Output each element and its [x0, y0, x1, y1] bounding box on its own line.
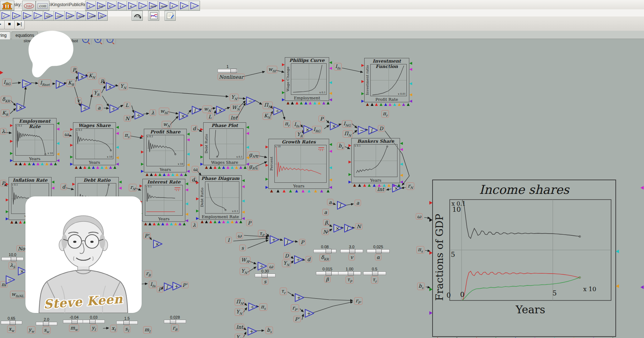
wire[interactable] — [301, 124, 303, 127]
slider-groove[interactable] — [36, 322, 57, 325]
slider-groove[interactable] — [83, 320, 105, 323]
operator-int[interactable]: ∫ — [344, 224, 353, 232]
wire[interactable] — [129, 88, 228, 97]
slider-groove[interactable] — [63, 320, 85, 323]
operator-int[interactable]: ∫ — [164, 283, 173, 291]
variable-n[interactable]: ΠN — [235, 298, 245, 306]
slider-handle[interactable] — [326, 249, 332, 253]
wire[interactable] — [291, 257, 293, 259]
operator-div[interactable]: ÷ — [81, 104, 90, 112]
variable-b-s[interactable]: bs — [417, 283, 425, 290]
operator-add[interactable]: + — [248, 327, 257, 335]
variable-p[interactable]: P — [299, 239, 306, 245]
variable-y-n[interactable]: YN — [119, 83, 128, 90]
slider-handle[interactable] — [123, 320, 130, 325]
variable-g-n[interactable]: gN% — [248, 151, 259, 159]
wire[interactable] — [238, 98, 245, 99]
operator-div[interactable]: ÷ — [294, 255, 303, 264]
wire[interactable] — [288, 292, 294, 296]
wire[interactable] — [302, 314, 303, 320]
variable-d[interactable]: D — [283, 253, 290, 259]
variable-kr[interactable]: δKR — [319, 254, 330, 261]
variable-d[interactable]: d — [190, 176, 196, 183]
variable-r-b[interactable]: rB — [171, 324, 179, 332]
wire[interactable] — [326, 120, 329, 123]
variable-b-s[interactable]: bs — [337, 142, 345, 150]
wire[interactable] — [352, 124, 357, 128]
slider-groove[interactable] — [363, 271, 386, 275]
wire[interactable] — [255, 100, 262, 104]
variable-p[interactable]: P' — [143, 232, 151, 239]
variable-r[interactable]: πr — [283, 120, 291, 128]
variable-y-n[interactable]: YN — [282, 260, 291, 267]
variable-d[interactable]: d — [60, 183, 67, 190]
slider-groove[interactable] — [164, 320, 186, 323]
operator-div[interactable]: ÷ — [109, 104, 119, 113]
slider-handle[interactable] — [349, 249, 355, 253]
plot-bankers[interactable]: Bankers ShareYearsx 0.1 — [351, 138, 400, 183]
operator-div[interactable]: ÷ — [135, 111, 144, 119]
variable-d[interactable]: D — [378, 125, 385, 132]
slider-groove[interactable] — [218, 69, 238, 73]
variable-w-n[interactable]: WN — [230, 104, 241, 112]
variable-w-n[interactable]: wN — [162, 121, 171, 128]
operator-sub[interactable]: − — [358, 126, 367, 134]
slider-groove[interactable] — [116, 321, 138, 324]
variable-v[interactable]: v — [348, 254, 355, 260]
operator-mul[interactable]: × — [216, 106, 225, 114]
wire[interactable] — [342, 68, 363, 72]
operator-add[interactable]: + — [172, 282, 182, 290]
variable-s[interactable]: λS — [9, 262, 17, 269]
slider-handle[interactable] — [72, 319, 78, 324]
variable-x[interactable]: λ — [150, 109, 156, 116]
wire[interactable] — [118, 105, 123, 108]
wire[interactable] — [132, 116, 134, 118]
wire[interactable] — [104, 108, 109, 108]
wire[interactable] — [66, 188, 74, 190]
variable-p[interactable]: τP — [346, 276, 353, 284]
variable-v[interactable]: v — [75, 97, 82, 104]
wire[interactable] — [102, 96, 109, 106]
operator-sub[interactable]: − — [246, 97, 255, 105]
variable-y-w[interactable]: yw — [27, 326, 35, 334]
variable-k-r[interactable]: KR — [1, 109, 10, 117]
variable-p[interactable]: P — [71, 67, 77, 73]
wire[interactable] — [143, 113, 149, 114]
variable-m-w[interactable]: mw — [69, 324, 79, 332]
variable-w-n[interactable]: wN — [203, 106, 212, 113]
variable-y-n[interactable]: YN — [230, 94, 239, 101]
operator-mul[interactable]: × — [78, 72, 87, 81]
variable-y-n[interactable]: YN — [235, 308, 244, 316]
variable-a[interactable]: a — [327, 199, 333, 205]
variable-r-n[interactable]: rN — [129, 184, 137, 191]
income-shares-plot[interactable]: Income sharesFractions of GDPYears105005… — [432, 180, 616, 337]
plot-phase_diagram[interactable]: Phase DiagramDebt RatioEmployment Ratex … — [199, 175, 242, 220]
variable-x-w[interactable]: xw — [7, 325, 15, 333]
operator-add[interactable]: + — [305, 309, 314, 318]
variable-r[interactable]: τr — [280, 288, 287, 295]
variable-r-p[interactable]: rP' — [291, 304, 299, 312]
variable-p[interactable]: τP — [258, 230, 266, 237]
variable-y-r[interactable]: YR — [92, 89, 101, 97]
slider-groove[interactable] — [316, 271, 339, 275]
variable-x[interactable]: λ — [0, 128, 6, 134]
operator-mul[interactable]: × — [333, 224, 343, 232]
variable-p[interactable]: P' — [293, 316, 301, 322]
variable-r-n[interactable]: rN — [406, 182, 414, 190]
plot-profit[interactable]: Profit ShareYearsx 0.1x 10 — [144, 129, 187, 172]
wire[interactable] — [300, 309, 303, 312]
variable-p[interactable]: P' — [181, 282, 189, 288]
variable-x[interactable]: β — [323, 219, 330, 226]
variable-p[interactable]: P — [246, 220, 253, 226]
variable-a[interactable]: a — [322, 209, 329, 215]
plot-growth[interactable]: Growth RatesPercentYearsx 10 — [268, 139, 329, 189]
variable-r[interactable]: τr — [371, 276, 378, 284]
operator-mul[interactable]: × — [179, 112, 188, 120]
slider-handle[interactable] — [348, 271, 354, 275]
variable-nonlinear[interactable]: Nonlinear — [218, 74, 245, 80]
variable-y-r[interactable]: YR — [296, 131, 304, 138]
variable-x[interactable]: λ — [191, 222, 197, 228]
wire[interactable] — [132, 106, 134, 113]
wire[interactable] — [11, 101, 16, 106]
variable-i-rg[interactable]: IRG — [2, 79, 12, 86]
